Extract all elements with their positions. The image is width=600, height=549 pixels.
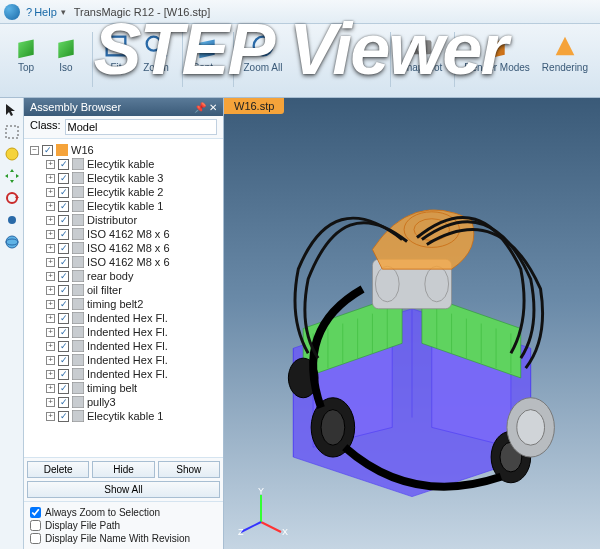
ribbon-group-orientation: Top Iso bbox=[2, 28, 90, 97]
pointer-tool[interactable] bbox=[2, 100, 22, 120]
orbit-tool[interactable] bbox=[2, 144, 22, 164]
hide-button[interactable]: Hide bbox=[92, 461, 154, 478]
top-view-button[interactable]: Top bbox=[8, 30, 44, 75]
viewport-tab[interactable]: W16.stp bbox=[224, 98, 284, 114]
checkbox[interactable]: ✓ bbox=[58, 159, 69, 170]
expand-icon[interactable]: + bbox=[46, 216, 55, 225]
class-input[interactable] bbox=[65, 119, 217, 135]
help-menu[interactable]: Help bbox=[34, 6, 57, 18]
tree-node[interactable]: +✓ISO 4162 M8 x 6 bbox=[46, 255, 221, 269]
globe-tool[interactable] bbox=[2, 232, 22, 252]
expand-icon[interactable]: + bbox=[46, 384, 55, 393]
tree-node[interactable]: +✓timing belt2 bbox=[46, 297, 221, 311]
expand-icon[interactable]: + bbox=[46, 328, 55, 337]
tree-node[interactable]: +✓oil filter bbox=[46, 283, 221, 297]
checkbox[interactable]: ✓ bbox=[58, 215, 69, 226]
expand-icon[interactable]: + bbox=[46, 160, 55, 169]
checkbox[interactable]: ✓ bbox=[58, 187, 69, 198]
checkbox[interactable]: ✓ bbox=[58, 243, 69, 254]
expand-icon[interactable]: + bbox=[46, 286, 55, 295]
tree-node[interactable]: +✓Elecytik kable 1 bbox=[46, 409, 221, 423]
checkbox[interactable]: ✓ bbox=[58, 201, 69, 212]
expand-icon[interactable]: + bbox=[46, 314, 55, 323]
zoom-button[interactable]: Zoom bbox=[138, 30, 174, 75]
collapse-icon[interactable]: − bbox=[30, 146, 39, 155]
expand-icon[interactable]: + bbox=[46, 300, 55, 309]
checkbox[interactable]: ✓ bbox=[58, 299, 69, 310]
marker-tool[interactable] bbox=[2, 210, 22, 230]
zoom-all-button[interactable]: Zoom All bbox=[239, 30, 286, 75]
checkbox[interactable]: ✓ bbox=[58, 341, 69, 352]
zoom-selection-checkbox[interactable] bbox=[30, 507, 41, 518]
assembly-tree[interactable]: − ✓ W16 +✓Elecytik kable+✓Elecytik kable… bbox=[24, 139, 223, 457]
tree-node[interactable]: +✓rear body bbox=[46, 269, 221, 283]
display-revision-checkbox[interactable] bbox=[30, 533, 41, 544]
show-button[interactable]: Show bbox=[158, 461, 220, 478]
tree-node[interactable]: +✓Indented Hex Fl. bbox=[46, 311, 221, 325]
show-all-button[interactable]: Show All bbox=[27, 481, 220, 498]
expand-icon[interactable]: + bbox=[46, 342, 55, 351]
checkbox[interactable]: ✓ bbox=[58, 257, 69, 268]
svg-point-57 bbox=[517, 410, 545, 446]
fit-button[interactable]: Fit bbox=[98, 30, 134, 75]
tree-node[interactable]: +✓Elecytik kable 2 bbox=[46, 185, 221, 199]
expand-icon[interactable]: + bbox=[46, 356, 55, 365]
tree-node[interactable]: +✓Elecytik kable 1 bbox=[46, 199, 221, 213]
checkbox[interactable]: ✓ bbox=[58, 397, 69, 408]
rotate-tool[interactable] bbox=[2, 188, 22, 208]
tree-node[interactable]: +✓Indented Hex Fl. bbox=[46, 367, 221, 381]
display-revision-check[interactable]: Display File Name With Revision bbox=[30, 532, 217, 545]
expand-icon[interactable]: + bbox=[46, 398, 55, 407]
expand-icon[interactable]: + bbox=[46, 230, 55, 239]
expand-icon[interactable]: + bbox=[46, 272, 55, 281]
expand-icon[interactable]: + bbox=[46, 258, 55, 267]
delete-button[interactable]: Delete bbox=[27, 461, 89, 478]
zoom-selection-check[interactable]: Always Zoom to Selection bbox=[30, 506, 217, 519]
rendering-button[interactable]: Rendering bbox=[538, 30, 592, 75]
checkbox[interactable]: ✓ bbox=[58, 173, 69, 184]
expand-icon[interactable]: + bbox=[46, 202, 55, 211]
select-box-tool[interactable] bbox=[2, 122, 22, 142]
expand-icon[interactable]: + bbox=[46, 370, 55, 379]
checkbox[interactable]: ✓ bbox=[58, 313, 69, 324]
axis-gizmo[interactable]: X Y Z bbox=[236, 487, 286, 537]
tree-node[interactable]: +✓ISO 4162 M8 x 6 bbox=[46, 241, 221, 255]
expand-icon[interactable]: + bbox=[46, 244, 55, 253]
expand-icon[interactable]: + bbox=[46, 412, 55, 421]
render-modes-button[interactable]: Render Modes bbox=[460, 30, 534, 75]
checkbox[interactable]: ✓ bbox=[58, 271, 69, 282]
3d-viewport[interactable]: W16.stp bbox=[224, 98, 600, 549]
checkbox[interactable]: ✓ bbox=[58, 383, 69, 394]
tree-node[interactable]: +✓Indented Hex Fl. bbox=[46, 339, 221, 353]
svg-rect-26 bbox=[72, 312, 84, 324]
part-icon bbox=[72, 270, 84, 282]
checkbox[interactable]: ✓ bbox=[58, 355, 69, 366]
expand-icon[interactable]: + bbox=[46, 174, 55, 183]
tree-node[interactable]: +✓Elecytik kable bbox=[46, 157, 221, 171]
checkbox[interactable]: ✓ bbox=[58, 229, 69, 240]
checkbox[interactable]: ✓ bbox=[58, 285, 69, 296]
tree-node[interactable]: +✓pully3 bbox=[46, 395, 221, 409]
checkbox[interactable]: ✓ bbox=[58, 327, 69, 338]
display-path-checkbox[interactable] bbox=[30, 520, 41, 531]
tree-root-node[interactable]: − ✓ W16 bbox=[30, 143, 221, 157]
tree-node[interactable]: +✓Distributor bbox=[46, 213, 221, 227]
iso-view-button[interactable]: Iso bbox=[48, 30, 84, 75]
help-dropdown-icon[interactable]: ▾ bbox=[61, 7, 66, 17]
cont-button[interactable]: Cont... bbox=[188, 30, 225, 75]
checkbox[interactable]: ✓ bbox=[42, 145, 53, 156]
pin-icon[interactable]: 📌 ✕ bbox=[194, 102, 217, 113]
tree-node-label: ISO 4162 M8 x 6 bbox=[87, 242, 170, 254]
tree-node[interactable]: +✓Indented Hex Fl. bbox=[46, 353, 221, 367]
checkbox[interactable]: ✓ bbox=[58, 411, 69, 422]
display-path-check[interactable]: Display File Path bbox=[30, 519, 217, 532]
tree-node[interactable]: +✓ISO 4162 M8 x 6 bbox=[46, 227, 221, 241]
pan-tool[interactable] bbox=[2, 166, 22, 186]
tree-node[interactable]: +✓Indented Hex Fl. bbox=[46, 325, 221, 339]
tree-node[interactable]: +✓Elecytik kable 3 bbox=[46, 171, 221, 185]
svg-line-60 bbox=[241, 522, 261, 532]
tree-node[interactable]: +✓timing belt bbox=[46, 381, 221, 395]
expand-icon[interactable]: + bbox=[46, 188, 55, 197]
snapshot-button[interactable]: Snapshot bbox=[396, 30, 446, 75]
checkbox[interactable]: ✓ bbox=[58, 369, 69, 380]
